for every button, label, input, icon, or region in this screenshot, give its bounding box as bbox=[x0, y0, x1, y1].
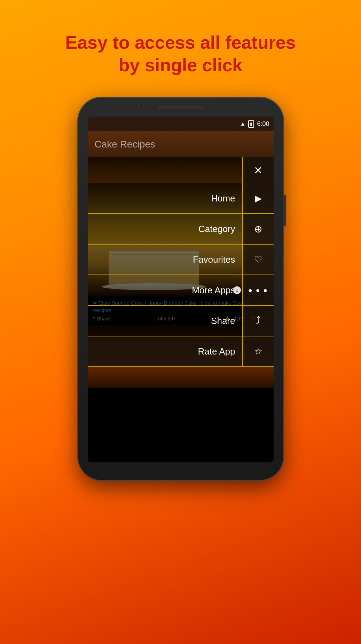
battery-icon: ▮ bbox=[248, 120, 254, 128]
menu-item-share-icon: ⤴ bbox=[242, 306, 274, 336]
menu-item-favourites-label: Favourites bbox=[88, 245, 242, 275]
menu-item-rate-app[interactable]: Rate App ☆ bbox=[88, 336, 274, 367]
menu-item-home-icon: ▶ bbox=[242, 183, 274, 213]
phone-camera bbox=[139, 104, 144, 109]
play-icon: ▶ bbox=[255, 193, 262, 204]
dots-icon: ● ● ● bbox=[248, 286, 268, 294]
content-area: ★ Easy Sponge Cake | Happy Birthday Cake… bbox=[88, 157, 274, 462]
menu-item-more-apps-label: More Apps bbox=[88, 275, 242, 305]
phone-screen: ▲ ▮ 6:00 Cake Recipes bbox=[88, 117, 274, 462]
phone-mockup: ▲ ▮ 6:00 Cake Recipes bbox=[78, 97, 283, 480]
menu-item-favourites[interactable]: Favourites ♡ bbox=[88, 245, 274, 275]
app-title: Cake Recipes bbox=[95, 139, 155, 150]
close-icon: ✕ bbox=[254, 164, 262, 176]
menu-item-share[interactable]: Share ⤴ bbox=[88, 306, 274, 336]
share-menu-icon: ⤴ bbox=[256, 315, 261, 326]
menu-item-home[interactable]: Home ▶ bbox=[88, 183, 274, 214]
menu-item-rate-app-label: Rate App bbox=[88, 336, 242, 366]
headline-line1: Easy to access all features bbox=[65, 32, 296, 53]
menu-items-container: Home ▶ Category ⊕ bbox=[88, 183, 274, 367]
phone-shell: ▲ ▮ 6:00 Cake Recipes bbox=[78, 97, 283, 480]
close-row: ✕ bbox=[88, 157, 274, 183]
menu-item-share-label: Share bbox=[88, 306, 242, 336]
menu-overlay: ✕ Home ▶ Cat bbox=[88, 157, 274, 462]
headline-line2: by single click bbox=[119, 55, 243, 75]
search-icon: ⊕ bbox=[254, 223, 262, 235]
headline-text: Easy to access all features by single cl… bbox=[45, 31, 316, 77]
menu-item-rate-app-icon: ☆ bbox=[242, 336, 274, 366]
menu-title-area bbox=[88, 157, 242, 183]
menu-item-home-label: Home bbox=[88, 183, 242, 213]
star-icon: ☆ bbox=[254, 346, 262, 357]
wifi-icon: ▲ bbox=[240, 121, 246, 127]
app-header: Cake Recipes bbox=[88, 131, 274, 157]
menu-item-category-icon: ⊕ bbox=[242, 214, 274, 244]
menu-item-more-apps-icon: ● ● ● bbox=[242, 275, 274, 305]
menu-item-more-apps[interactable]: More Apps 1 ● ● ● bbox=[88, 275, 274, 306]
menu-item-favourites-icon: ♡ bbox=[242, 245, 274, 275]
menu-item-category-label: Category bbox=[88, 214, 242, 244]
phone-speaker bbox=[158, 106, 203, 109]
status-time: 6:00 bbox=[257, 120, 269, 128]
heart-icon: ♡ bbox=[254, 254, 262, 265]
more-apps-badge: 1 bbox=[233, 286, 241, 294]
menu-item-category[interactable]: Category ⊕ bbox=[88, 214, 274, 245]
close-button[interactable]: ✕ bbox=[242, 157, 274, 183]
status-bar: ▲ ▮ 6:00 bbox=[88, 117, 274, 131]
